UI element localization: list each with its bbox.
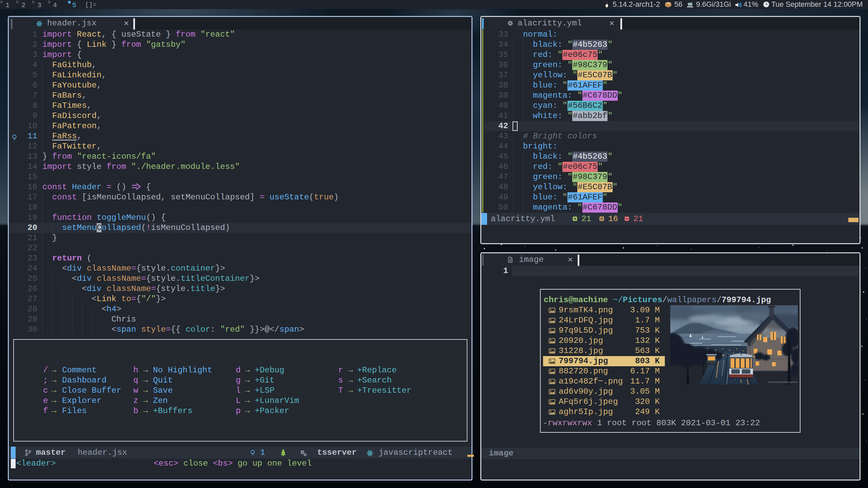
svg-text:www.DesktopBackground.org: www.DesktopBackground.org	[768, 380, 798, 384]
